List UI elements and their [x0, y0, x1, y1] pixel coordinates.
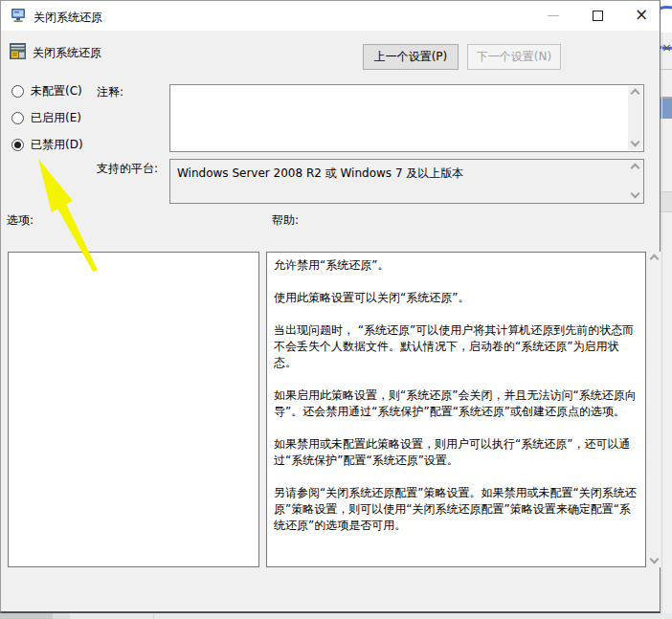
policy-setting-icon [9, 42, 27, 60]
supported-on-value: Windows Server 2008 R2 或 Windows 7 及以上版本 [177, 166, 463, 182]
radio-label: 已禁用(D) [31, 137, 83, 153]
help-paragraph: 如果禁用或未配置此策略设置，则用户可以执行“系统还原”，还可以通过“系统保护”配… [274, 436, 638, 469]
divider [153, 613, 154, 619]
help-paragraph: 使用此策略设置可以关闭“系统还原”。 [274, 290, 638, 306]
titlebar[interactable]: 关闭系统还原 × [1, 1, 660, 31]
background-segment [53, 613, 70, 619]
radio-label: 未配置(C) [31, 83, 82, 99]
background-bottom-strip [0, 613, 672, 619]
supported-on-scrollbar[interactable] [628, 161, 642, 202]
next-setting-button[interactable]: 下一个设置(N) [467, 44, 561, 70]
background-close-icon: × [661, 40, 672, 55]
divider [661, 33, 662, 619]
radio-label: 已启用(E) [31, 110, 81, 126]
radio-circle-icon [11, 139, 24, 151]
scroll-up-icon[interactable] [632, 90, 638, 96]
window-title: 关闭系统还原 [34, 10, 102, 26]
radio-enabled[interactable]: 已启用(E) [11, 110, 81, 125]
previous-setting-button[interactable]: 上一个设置(P) [363, 44, 459, 70]
supported-on-label: 支持的平台: [97, 161, 158, 177]
help-paragraph: 当出现问题时， “系统还原”可以使用户将其计算机还原到先前的状态而不会丢失个人数… [274, 322, 638, 371]
minimize-icon [548, 15, 559, 16]
comment-scrollbar[interactable] [628, 86, 642, 150]
radio-not-configured[interactable]: 未配置(C) [11, 83, 82, 99]
help-paragraph: 另请参阅“关闭系统还原配置”策略设置。如果禁用或未配置“关闭系统还原”策略设置，… [274, 485, 638, 534]
minimize-button[interactable] [537, 1, 570, 31]
scroll-down-icon[interactable] [632, 192, 638, 198]
radio-disabled[interactable]: 已禁用(D) [11, 137, 83, 152]
comment-label: 注释: [97, 84, 123, 100]
supported-on-box: Windows Server 2008 R2 或 Windows 7 及以上版本 [169, 159, 644, 204]
background-window-strip: × [661, 0, 672, 619]
policy-name-heading: 关闭系统还原 [33, 45, 101, 61]
comment-textarea[interactable] [169, 84, 644, 152]
help-paragraph: 如果启用此策略设置，则“系统还原”会关闭，并且无法访问“系统还原向导”。还会禁用… [274, 387, 638, 420]
radio-circle-icon [11, 112, 24, 124]
maximize-button[interactable] [581, 1, 614, 31]
scroll-up-icon[interactable] [651, 255, 657, 261]
help-scrollbar[interactable] [648, 252, 661, 567]
background-segment [0, 613, 53, 619]
close-icon: × [635, 7, 648, 23]
options-panel [8, 252, 259, 567]
maximize-icon [593, 11, 603, 21]
scroll-down-icon[interactable] [632, 141, 638, 146]
scroll-up-icon[interactable] [632, 165, 638, 170]
help-label: 帮助: [272, 212, 299, 229]
policy-window-icon [11, 8, 27, 24]
scroll-down-icon[interactable] [651, 558, 657, 564]
close-button[interactable]: × [625, 1, 658, 31]
help-text[interactable]: 允许禁用“系统还原”。使用此策略设置可以关闭“系统还原”。当出现问题时， “系统… [266, 252, 646, 567]
screen: × 关闭系统还原 × [0, 0, 672, 619]
policy-setting-dialog: 关闭系统还原 × 关闭系统还原 上一个设置(P) 下一个设置(N) 未配置(C)… [0, 0, 661, 613]
options-label: 选项: [7, 212, 34, 229]
help-paragraph: 允许禁用“系统还原”。 [274, 257, 638, 274]
radio-circle-icon [11, 85, 24, 98]
